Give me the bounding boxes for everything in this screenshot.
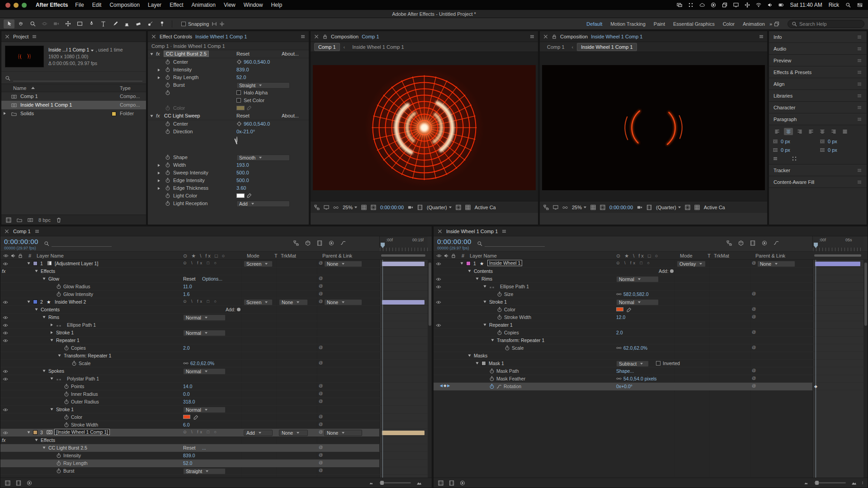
link-dimensions-icon[interactable] <box>616 376 622 381</box>
parameter-select[interactable]: Add <box>236 201 290 207</box>
link-dimensions-icon[interactable] <box>183 361 189 366</box>
property-value[interactable]: 0.0 <box>183 391 190 397</box>
stopwatch-icon[interactable] <box>165 105 170 111</box>
stopwatch-icon[interactable] <box>165 155 170 160</box>
zoom-select[interactable]: 25% <box>343 205 357 210</box>
zoom-out-mountain-icon[interactable] <box>804 481 808 484</box>
pickwhip-icon[interactable]: @ <box>752 291 756 296</box>
draft-3d-icon[interactable] <box>738 240 744 246</box>
shape-tool[interactable] <box>74 19 85 28</box>
twirl-toggle[interactable] <box>476 278 479 280</box>
property-name[interactable]: Copies <box>71 345 86 351</box>
keyframe-navigator[interactable]: ◀◆▶ <box>440 384 451 388</box>
roi-icon[interactable] <box>456 205 461 210</box>
item-name[interactable]: Inside Wheel 1 Comp 1 <box>20 102 72 108</box>
color-swatch[interactable] <box>236 193 245 198</box>
property-row[interactable]: BurstStraight@ <box>0 467 432 475</box>
pickwhip-icon[interactable]: @ <box>752 261 756 265</box>
property-row[interactable]: Color@ <box>434 306 868 314</box>
transparency-grid-icon[interactable] <box>694 205 700 210</box>
effect-parameter-row[interactable]: Halo Alpha <box>148 89 309 97</box>
property-name[interactable]: Stroke 1 <box>489 299 507 305</box>
stopwatch-icon[interactable] <box>64 345 69 351</box>
motion-blur-footer-icon[interactable] <box>460 480 465 486</box>
selected-item-name[interactable]: Inside ...l 1 Comp 1 <box>48 47 89 52</box>
reset-link[interactable]: Reset <box>183 445 195 450</box>
property-name[interactable]: Rotation <box>504 384 521 389</box>
property-name[interactable]: Size <box>504 291 513 297</box>
twirl-toggle[interactable] <box>491 339 494 342</box>
close-icon[interactable] <box>437 229 443 234</box>
workspace-motion-tracking[interactable]: Motion Tracking <box>610 21 646 27</box>
menu-effect[interactable]: Effect <box>170 2 183 8</box>
angle-dial[interactable] <box>236 136 237 143</box>
trkmat-select[interactable]: None <box>279 430 308 436</box>
property-row[interactable]: Ellipse Path 1 <box>0 321 432 329</box>
effect-parameter-row[interactable]: Light Color <box>148 192 309 200</box>
transparency-grid-icon[interactable] <box>465 205 471 210</box>
twirl-toggle[interactable] <box>484 324 486 326</box>
time-ruler[interactable]: :00f05s <box>812 236 863 251</box>
property-name[interactable]: Intensity <box>63 453 81 458</box>
property-row[interactable]: Stroke Width12.0@ <box>434 314 868 321</box>
twirl-toggle[interactable] <box>484 286 486 288</box>
layer-name[interactable]: [Inside Wheel 1 Comp 1] <box>55 429 109 435</box>
workspace-manager-icon[interactable] <box>774 21 779 27</box>
pickwhip-icon[interactable]: @ <box>319 345 323 350</box>
effect-controls-tab[interactable]: Effect Controls <box>160 34 192 39</box>
parameter-value[interactable]: 3.60 <box>236 185 246 191</box>
property-name[interactable]: Effects <box>41 437 55 443</box>
stopwatch-icon[interactable] <box>505 345 510 351</box>
pickwhip-icon[interactable]: @ <box>319 445 323 450</box>
property-name[interactable]: Polystar Path 1 <box>67 376 99 381</box>
parent-select[interactable]: None <box>324 299 362 305</box>
effect-name[interactable]: CC Light Sweep <box>164 113 200 118</box>
effect-about-link[interactable]: About... <box>282 113 299 118</box>
pickwhip-icon[interactable]: @ <box>752 314 756 319</box>
visibility-toggle[interactable] <box>3 300 8 305</box>
stopwatch-icon[interactable] <box>71 361 77 366</box>
property-name[interactable]: CC Light Burst 2.5 <box>48 445 87 450</box>
property-name[interactable]: Transform: Repeater 1 <box>64 353 111 358</box>
stopwatch-icon[interactable] <box>165 185 170 191</box>
paragraph-indent-field[interactable]: 0 px <box>773 147 808 153</box>
property-name[interactable]: Scale <box>512 345 524 351</box>
layer-duration-bar[interactable] <box>382 262 425 266</box>
parameter-value[interactable]: 839.0 <box>236 67 249 72</box>
effect-reset-link[interactable]: Reset <box>236 51 250 56</box>
group-row[interactable]: Transform: Repeater 1 <box>434 337 868 344</box>
menu-edit[interactable]: Edit <box>92 2 102 8</box>
control-center-icon[interactable] <box>857 2 863 8</box>
external-display-icon[interactable] <box>733 2 739 8</box>
visibility-toggle[interactable] <box>3 376 8 382</box>
visibility-toggle[interactable] <box>3 338 8 343</box>
roto-brush-tool[interactable] <box>145 19 156 28</box>
workspace-animation[interactable]: Animation <box>743 21 765 27</box>
layer-row[interactable]: 2★Inside Wheel 2⊙ \ fx □ ○ScreenNone@Non… <box>0 298 432 306</box>
stopwatch-icon[interactable] <box>165 67 170 72</box>
pickwhip-icon[interactable]: @ <box>752 376 756 380</box>
twirl-toggle[interactable] <box>158 172 160 174</box>
panel-menu-icon[interactable] <box>300 34 306 39</box>
visibility-toggle[interactable] <box>436 300 441 305</box>
blend-mode-select[interactable]: Normal <box>183 407 226 413</box>
show-snapshot-icon[interactable] <box>646 205 652 210</box>
visibility-toggle[interactable] <box>3 261 8 267</box>
property-name[interactable]: Stroke 1 <box>56 330 74 335</box>
selection-tool[interactable] <box>4 19 14 28</box>
property-name[interactable]: Outer Radius <box>71 399 99 404</box>
graph-editor-icon[interactable] <box>774 240 779 246</box>
vertical-scrollbar[interactable] <box>428 260 432 479</box>
property-name[interactable]: Points <box>71 384 84 389</box>
mask-visibility-icon[interactable] <box>600 205 605 210</box>
pickwhip-icon[interactable]: @ <box>319 384 323 388</box>
layer-mode-select[interactable]: Overlay <box>677 261 706 267</box>
zoom-in-mountain-icon[interactable] <box>851 480 857 486</box>
composition-mini-flowchart-icon[interactable] <box>293 240 299 246</box>
group-row[interactable]: ContentsAdd: <box>434 267 868 275</box>
twirl-toggle[interactable] <box>158 179 160 182</box>
effect-parameter-row[interactable]: BurstStraight <box>148 81 309 89</box>
display-icon[interactable] <box>553 205 558 210</box>
zoom-in-mountain-icon[interactable] <box>416 480 422 486</box>
search-input[interactable] <box>13 75 142 81</box>
